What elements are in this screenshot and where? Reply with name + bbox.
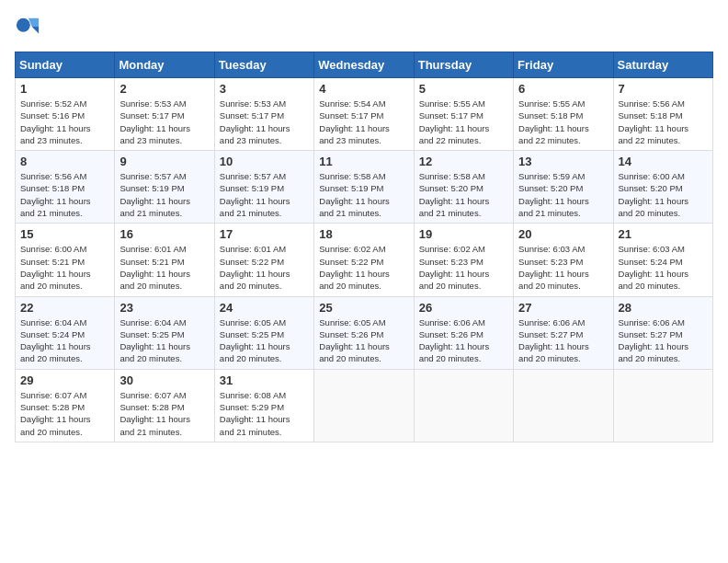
day-number: 8 <box>20 155 109 168</box>
day-number: 11 <box>319 155 408 168</box>
calendar-table: SundayMondayTuesdayWednesdayThursdayFrid… <box>15 52 713 442</box>
logo <box>15 15 44 40</box>
calendar-cell: 1Sunrise: 5:52 AMSunset: 5:16 PMDaylight… <box>16 78 115 151</box>
day-number: 19 <box>419 227 508 241</box>
logo-icon <box>15 15 40 40</box>
calendar-cell: 29Sunrise: 6:07 AMSunset: 5:28 PMDayligh… <box>16 369 115 442</box>
calendar-cell: 17Sunrise: 6:01 AMSunset: 5:22 PMDayligh… <box>214 224 313 296</box>
col-header-saturday: Saturday <box>613 52 712 78</box>
day-number: 2 <box>119 82 209 96</box>
calendar-cell: 4Sunrise: 5:54 AMSunset: 5:17 PMDaylight… <box>314 78 414 151</box>
calendar-cell: 13Sunrise: 5:59 AMSunset: 5:20 PMDayligh… <box>514 151 613 224</box>
day-number: 12 <box>419 155 508 168</box>
day-number: 17 <box>220 227 309 241</box>
day-number: 28 <box>619 301 708 315</box>
day-info: Sunrise: 6:07 AMSunset: 5:28 PMDaylight:… <box>119 389 209 438</box>
calendar-week-1: 1Sunrise: 5:52 AMSunset: 5:16 PMDaylight… <box>16 78 713 151</box>
day-info: Sunrise: 5:55 AMSunset: 5:18 PMDaylight:… <box>518 98 608 146</box>
day-info: Sunrise: 5:59 AMSunset: 5:20 PMDaylight:… <box>518 170 608 219</box>
calendar-cell: 27Sunrise: 6:06 AMSunset: 5:27 PMDayligh… <box>514 296 613 369</box>
calendar-cell: 19Sunrise: 6:02 AMSunset: 5:23 PMDayligh… <box>414 224 513 296</box>
day-info: Sunrise: 5:52 AMSunset: 5:16 PMDaylight:… <box>20 98 109 146</box>
col-header-friday: Friday <box>514 52 613 78</box>
day-info: Sunrise: 5:56 AMSunset: 5:18 PMDaylight:… <box>619 98 708 146</box>
day-info: Sunrise: 6:06 AMSunset: 5:26 PMDaylight:… <box>419 316 508 365</box>
day-info: Sunrise: 6:02 AMSunset: 5:22 PMDaylight:… <box>319 243 408 292</box>
day-number: 9 <box>119 155 209 168</box>
calendar-cell: 15Sunrise: 6:00 AMSunset: 5:21 PMDayligh… <box>16 224 115 296</box>
day-number: 26 <box>419 301 508 315</box>
day-info: Sunrise: 5:55 AMSunset: 5:17 PMDaylight:… <box>419 98 508 146</box>
calendar-cell: 3Sunrise: 5:53 AMSunset: 5:17 PMDaylight… <box>214 78 313 151</box>
day-info: Sunrise: 6:04 AMSunset: 5:25 PMDaylight:… <box>119 316 209 365</box>
calendar-cell: 8Sunrise: 5:56 AMSunset: 5:18 PMDaylight… <box>16 151 115 224</box>
day-number: 29 <box>20 373 109 387</box>
day-info: Sunrise: 5:53 AMSunset: 5:17 PMDaylight:… <box>119 98 209 146</box>
calendar-week-3: 15Sunrise: 6:00 AMSunset: 5:21 PMDayligh… <box>16 224 713 296</box>
calendar-cell: 20Sunrise: 6:03 AMSunset: 5:23 PMDayligh… <box>514 224 613 296</box>
day-info: Sunrise: 5:54 AMSunset: 5:17 PMDaylight:… <box>319 98 408 146</box>
day-number: 6 <box>518 82 608 96</box>
calendar-cell: 16Sunrise: 6:01 AMSunset: 5:21 PMDayligh… <box>115 224 214 296</box>
calendar-cell: 31Sunrise: 6:08 AMSunset: 5:29 PMDayligh… <box>214 369 313 442</box>
calendar-cell: 26Sunrise: 6:06 AMSunset: 5:26 PMDayligh… <box>414 296 513 369</box>
calendar-cell: 25Sunrise: 6:05 AMSunset: 5:26 PMDayligh… <box>314 296 414 369</box>
day-number: 14 <box>619 155 708 168</box>
col-header-wednesday: Wednesday <box>314 52 414 78</box>
day-info: Sunrise: 6:05 AMSunset: 5:25 PMDaylight:… <box>220 316 309 365</box>
calendar-cell: 14Sunrise: 6:00 AMSunset: 5:20 PMDayligh… <box>613 151 712 224</box>
day-number: 20 <box>518 227 608 241</box>
day-number: 7 <box>619 82 708 96</box>
day-info: Sunrise: 6:06 AMSunset: 5:27 PMDaylight:… <box>619 316 708 365</box>
day-number: 25 <box>319 301 408 315</box>
calendar-cell: 30Sunrise: 6:07 AMSunset: 5:28 PMDayligh… <box>115 369 214 442</box>
day-number: 15 <box>20 227 109 241</box>
col-header-monday: Monday <box>115 52 214 78</box>
col-header-sunday: Sunday <box>16 52 115 78</box>
day-info: Sunrise: 5:58 AMSunset: 5:19 PMDaylight:… <box>319 170 408 219</box>
calendar-week-4: 22Sunrise: 6:04 AMSunset: 5:24 PMDayligh… <box>16 296 713 369</box>
day-info: Sunrise: 6:08 AMSunset: 5:29 PMDaylight:… <box>220 389 309 438</box>
calendar-cell: 22Sunrise: 6:04 AMSunset: 5:24 PMDayligh… <box>16 296 115 369</box>
day-number: 13 <box>518 155 608 168</box>
page-header <box>15 15 713 40</box>
calendar-cell: 2Sunrise: 5:53 AMSunset: 5:17 PMDaylight… <box>115 78 214 151</box>
day-number: 31 <box>220 373 309 387</box>
calendar-cell: 23Sunrise: 6:04 AMSunset: 5:25 PMDayligh… <box>115 296 214 369</box>
day-info: Sunrise: 5:57 AMSunset: 5:19 PMDaylight:… <box>220 170 309 219</box>
calendar-cell <box>314 369 414 442</box>
day-info: Sunrise: 6:06 AMSunset: 5:27 PMDaylight:… <box>518 316 608 365</box>
day-number: 1 <box>20 82 109 96</box>
calendar-cell: 9Sunrise: 5:57 AMSunset: 5:19 PMDaylight… <box>115 151 214 224</box>
day-info: Sunrise: 5:53 AMSunset: 5:17 PMDaylight:… <box>220 98 309 146</box>
day-number: 30 <box>119 373 209 387</box>
calendar-cell: 5Sunrise: 5:55 AMSunset: 5:17 PMDaylight… <box>414 78 513 151</box>
day-info: Sunrise: 6:04 AMSunset: 5:24 PMDaylight:… <box>20 316 109 365</box>
day-number: 4 <box>319 82 408 96</box>
calendar-cell <box>514 369 613 442</box>
col-header-tuesday: Tuesday <box>214 52 313 78</box>
calendar-cell: 12Sunrise: 5:58 AMSunset: 5:20 PMDayligh… <box>414 151 513 224</box>
day-info: Sunrise: 5:56 AMSunset: 5:18 PMDaylight:… <box>20 170 109 219</box>
day-number: 10 <box>220 155 309 168</box>
calendar-cell: 24Sunrise: 6:05 AMSunset: 5:25 PMDayligh… <box>214 296 313 369</box>
day-info: Sunrise: 6:00 AMSunset: 5:20 PMDaylight:… <box>619 170 708 219</box>
calendar-cell: 6Sunrise: 5:55 AMSunset: 5:18 PMDaylight… <box>514 78 613 151</box>
svg-point-0 <box>17 18 30 32</box>
calendar-cell: 28Sunrise: 6:06 AMSunset: 5:27 PMDayligh… <box>613 296 712 369</box>
day-number: 3 <box>220 82 309 96</box>
day-number: 18 <box>319 227 408 241</box>
day-info: Sunrise: 6:03 AMSunset: 5:24 PMDaylight:… <box>619 243 708 292</box>
calendar-cell: 10Sunrise: 5:57 AMSunset: 5:19 PMDayligh… <box>214 151 313 224</box>
day-number: 24 <box>220 301 309 315</box>
calendar-cell <box>414 369 513 442</box>
day-number: 21 <box>619 227 708 241</box>
calendar-cell: 11Sunrise: 5:58 AMSunset: 5:19 PMDayligh… <box>314 151 414 224</box>
day-info: Sunrise: 5:58 AMSunset: 5:20 PMDaylight:… <box>419 170 508 219</box>
calendar-header: SundayMondayTuesdayWednesdayThursdayFrid… <box>16 52 713 78</box>
calendar-cell <box>613 369 712 442</box>
col-header-thursday: Thursday <box>414 52 513 78</box>
calendar-cell: 21Sunrise: 6:03 AMSunset: 5:24 PMDayligh… <box>613 224 712 296</box>
calendar-cell: 7Sunrise: 5:56 AMSunset: 5:18 PMDaylight… <box>613 78 712 151</box>
day-number: 23 <box>119 301 209 315</box>
